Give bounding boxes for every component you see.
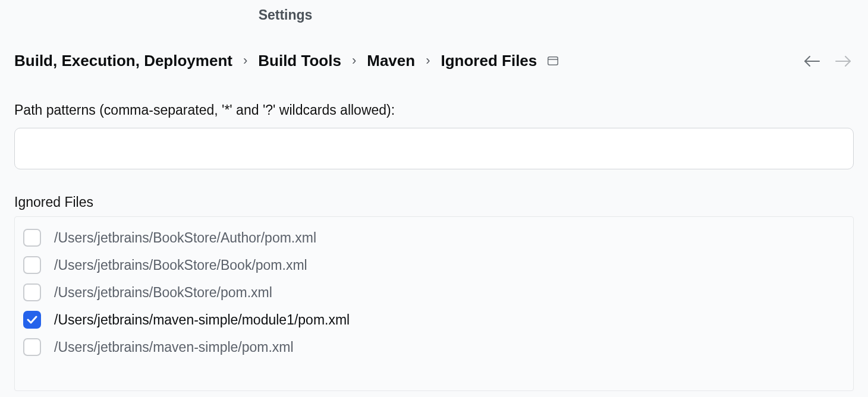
breadcrumb-item[interactable]: Build Tools <box>258 52 341 70</box>
file-path: /Users/jetbrains/maven-simple/module1/po… <box>54 312 350 328</box>
checkbox[interactable] <box>23 229 41 247</box>
breadcrumb-item: Ignored Files <box>441 52 537 70</box>
chevron-right-icon: › <box>243 53 247 68</box>
ignored-files-list: /Users/jetbrains/BookStore/Author/pom.xm… <box>14 216 854 391</box>
forward-button[interactable] <box>835 55 851 67</box>
scope-icon <box>548 56 558 65</box>
file-row[interactable]: /Users/jetbrains/BookStore/Book/pom.xml <box>21 251 847 279</box>
file-row[interactable]: /Users/jetbrains/BookStore/Author/pom.xm… <box>21 224 847 251</box>
svg-rect-0 <box>548 57 558 65</box>
ignored-files-label: Ignored Files <box>14 194 854 210</box>
breadcrumb-item[interactable]: Maven <box>367 52 415 70</box>
chevron-right-icon: › <box>352 53 356 68</box>
file-path: /Users/jetbrains/BookStore/Book/pom.xml <box>54 257 307 273</box>
file-path: /Users/jetbrains/BookStore/pom.xml <box>54 285 272 301</box>
file-row[interactable]: /Users/jetbrains/maven-simple/pom.xml <box>21 333 847 361</box>
checkbox[interactable] <box>23 283 41 301</box>
file-row[interactable]: /Users/jetbrains/BookStore/pom.xml <box>21 279 847 306</box>
file-path: /Users/jetbrains/maven-simple/pom.xml <box>54 339 294 355</box>
settings-title: Settings <box>0 0 571 28</box>
file-path: /Users/jetbrains/BookStore/Author/pom.xm… <box>54 230 316 246</box>
breadcrumb-item[interactable]: Build, Execution, Deployment <box>14 52 232 70</box>
checkbox[interactable] <box>23 338 41 356</box>
file-row[interactable]: /Users/jetbrains/maven-simple/module1/po… <box>21 306 847 333</box>
path-patterns-input[interactable] <box>14 128 854 169</box>
breadcrumb: Build, Execution, Deployment › Build Too… <box>14 52 558 70</box>
breadcrumb-row: Build, Execution, Deployment › Build Too… <box>14 28 854 70</box>
chevron-right-icon: › <box>426 53 430 68</box>
back-button[interactable] <box>804 55 820 67</box>
path-patterns-label: Path patterns (comma-separated, '*' and … <box>14 102 854 118</box>
nav-arrows <box>804 55 851 67</box>
checkbox[interactable] <box>23 256 41 274</box>
checkbox[interactable] <box>23 311 41 329</box>
